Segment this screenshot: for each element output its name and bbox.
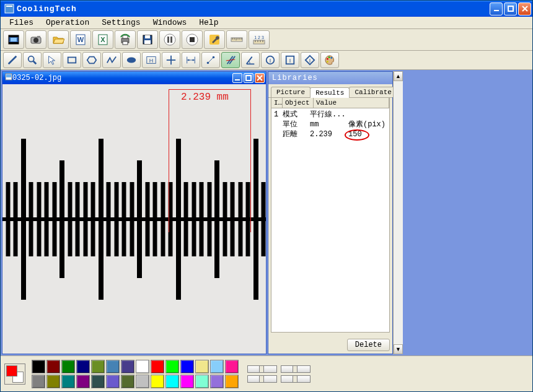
table-row[interactable]: 1模式平行線... [274, 110, 387, 120]
scroll-up-icon[interactable]: ▲ [394, 71, 403, 81]
svg-point-47 [213, 56, 215, 59]
tab-results[interactable]: Results [310, 87, 350, 98]
col-index[interactable]: I… [271, 98, 283, 108]
canvas[interactable]: 2.239 mm [2, 84, 266, 354]
color-swatch[interactable] [195, 360, 209, 373]
color-swatch[interactable] [46, 375, 60, 388]
color-swatch[interactable] [151, 375, 164, 388]
color-swatch[interactable] [165, 375, 179, 388]
color-swatch[interactable] [121, 375, 134, 388]
folder-open-icon[interactable] [48, 30, 69, 49]
app-window: CoolingTech Files Operation Settings Win… [0, 0, 533, 392]
angle-icon[interactable] [241, 52, 260, 68]
color-swatch[interactable] [136, 375, 149, 388]
color-swatch[interactable] [32, 375, 45, 388]
color-swatch[interactable] [76, 360, 90, 373]
color-swatch[interactable] [180, 360, 194, 373]
tab-calibrate[interactable]: Calibrate [349, 87, 397, 97]
color-swatch[interactable] [61, 360, 75, 373]
save-icon[interactable] [137, 30, 158, 49]
word-icon[interactable]: W [70, 30, 91, 49]
table-row[interactable]: 單位mm像素(pix) [274, 120, 387, 129]
svg-text:H: H [149, 58, 154, 64]
svg-text:W: W [77, 36, 84, 43]
color-swatch[interactable] [225, 360, 239, 373]
circle-i-icon[interactable]: I [261, 52, 280, 68]
color-swatch[interactable] [195, 375, 209, 388]
parallel-lines-icon[interactable] [221, 52, 240, 68]
pause-icon[interactable] [159, 30, 180, 49]
svg-point-31 [29, 56, 34, 62]
ruler-units-icon[interactable]: 1 2 3 [249, 30, 270, 49]
slider-3[interactable] [247, 375, 277, 383]
color-swatch[interactable] [180, 375, 194, 388]
col-value[interactable]: Value [314, 98, 389, 108]
color-swatch[interactable] [136, 360, 149, 373]
slider-2[interactable] [281, 365, 311, 373]
tab-picture[interactable]: Picture [271, 87, 311, 97]
color-swatch[interactable] [210, 375, 224, 388]
ruler-h-icon[interactable] [226, 30, 247, 49]
color-swatch[interactable] [76, 375, 90, 388]
cross-icon[interactable] [162, 52, 180, 68]
color-swatch[interactable] [91, 360, 105, 373]
svg-text:I: I [270, 58, 271, 64]
table-row[interactable]: 距離2.239150 [274, 129, 387, 139]
color-swatch[interactable] [210, 360, 224, 373]
stop-icon[interactable] [182, 30, 203, 49]
excel-icon[interactable]: X [92, 30, 113, 49]
text-h-icon[interactable]: H [142, 52, 161, 68]
square-i-icon[interactable]: I [281, 52, 299, 68]
color-swatch[interactable] [165, 360, 179, 373]
zoom-icon[interactable] [23, 52, 42, 68]
menu-operation[interactable]: Operation [40, 17, 95, 28]
diamond-i-icon[interactable]: I [301, 52, 319, 68]
maximize-button[interactable] [504, 2, 517, 15]
toolbar-main: WX1 2 3 [1, 29, 532, 51]
menu-settings[interactable]: Settings [95, 17, 146, 28]
camera-icon[interactable] [25, 30, 46, 49]
color-swatch[interactable] [91, 375, 105, 388]
menu-files[interactable]: Files [3, 17, 40, 28]
minimize-button[interactable] [490, 2, 503, 15]
menubar: Files Operation Settings Windows Help [1, 17, 532, 29]
col-object[interactable]: Object [283, 98, 314, 108]
polyline-icon[interactable] [102, 52, 121, 68]
rectangle-icon[interactable] [63, 52, 81, 68]
doc-maximize-button[interactable] [244, 73, 253, 83]
svg-text:I: I [309, 58, 311, 64]
color-palette [32, 360, 239, 388]
dimension-icon[interactable] [182, 52, 200, 68]
menu-help[interactable]: Help [193, 17, 224, 28]
fg-bg-selector[interactable] [4, 364, 25, 385]
doc-close-button[interactable] [255, 73, 265, 83]
slider-1[interactable] [247, 365, 277, 373]
delete-button[interactable]: Delete [347, 339, 390, 351]
slider-4[interactable] [281, 375, 311, 383]
ellipse-icon[interactable] [122, 52, 141, 68]
color-swatch[interactable] [121, 360, 134, 373]
palette-icon[interactable] [320, 52, 339, 68]
dimension-v-icon[interactable] [201, 52, 220, 68]
fg-color-swatch[interactable] [6, 365, 17, 377]
close-button[interactable] [518, 2, 531, 15]
color-swatch[interactable] [46, 360, 60, 373]
main-area: 0325-02.jpg 2.239 mm [1, 70, 532, 355]
film-icon[interactable] [3, 30, 24, 49]
wrench-icon[interactable] [204, 30, 225, 49]
color-swatch[interactable] [106, 360, 120, 373]
color-swatch[interactable] [61, 375, 75, 388]
color-swatch[interactable] [151, 360, 164, 373]
pointer-icon[interactable] [43, 52, 61, 68]
doc-minimize-button[interactable] [232, 73, 242, 83]
color-swatch[interactable] [106, 375, 120, 388]
side-scrollbar[interactable]: ▲ ▼ [393, 71, 403, 354]
hexagon-icon[interactable] [82, 52, 101, 68]
line-icon[interactable] [3, 52, 22, 68]
color-swatch[interactable] [32, 360, 45, 373]
color-swatch[interactable] [225, 375, 239, 388]
menu-windows[interactable]: Windows [147, 17, 193, 28]
scroll-down-icon[interactable]: ▼ [394, 344, 403, 354]
svg-line-32 [33, 61, 37, 64]
print-icon[interactable] [115, 30, 136, 49]
